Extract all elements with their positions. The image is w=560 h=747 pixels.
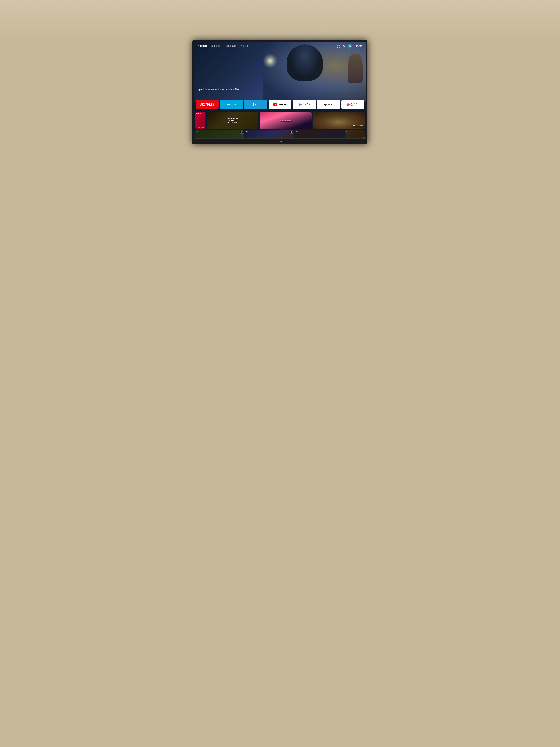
tf1-screen bbox=[253, 103, 258, 106]
netflix-logo: NETFLIX bbox=[200, 102, 214, 106]
nav-applis[interactable]: Applis bbox=[241, 44, 248, 48]
hero-glare bbox=[263, 54, 277, 68]
youtube-icon bbox=[273, 103, 277, 106]
youtube-logo: YouTube bbox=[273, 103, 286, 106]
app-google-play-store[interactable]: Google Play Store bbox=[341, 100, 364, 109]
wall-area bbox=[0, 0, 560, 40]
netflix-row: N TOP10 BIEN DANS SON ASSIETTE N TOP10 L… bbox=[195, 130, 365, 138]
svg-marker-7 bbox=[349, 104, 350, 105]
app-netflix[interactable]: NETFLIX bbox=[196, 100, 219, 109]
nav-icons: ⬚ ⚙ D 20:50 bbox=[337, 44, 363, 49]
top10-badge-1: TOP10 bbox=[240, 131, 243, 134]
netflix-badge-4: N bbox=[346, 131, 347, 132]
avatar[interactable]: D bbox=[347, 44, 352, 49]
nav-boutique[interactable]: Boutique bbox=[211, 44, 221, 48]
tv-outer: Accueil Boutique Découvrir Applis ⬚ ⚙ D … bbox=[192, 40, 368, 144]
progress-fill bbox=[260, 128, 275, 128]
progress-bar bbox=[260, 128, 312, 128]
netflix-badge-1: N bbox=[196, 131, 198, 132]
nav-links: Accueil Boutique Découvrir Applis bbox=[197, 44, 337, 48]
hero-person bbox=[348, 54, 363, 83]
nav-decouvrir[interactable]: Découvrir bbox=[225, 44, 236, 48]
card-boules-feu[interactable]: BOULES DE FEU DEPUIS LA NUIT DES TEMPS bbox=[313, 112, 365, 129]
tv-screen: Accueil Boutique Découvrir Applis ⬚ ⚙ D … bbox=[194, 42, 366, 138]
youtube-play-triangle bbox=[275, 104, 276, 105]
settings-icon[interactable]: ⚙ bbox=[342, 45, 345, 48]
content-section: CANAL+ ORIGINALE CANAL+ LES GRANDESÉNIGM… bbox=[194, 112, 366, 138]
netflix-card-double-piege[interactable]: N DOUBLE PIÈGE bbox=[295, 130, 344, 138]
mycanal-logo: myCANAL bbox=[324, 103, 334, 106]
gp-films-text: Google Play Films et séries bbox=[302, 103, 310, 106]
card-grandes-enigmes[interactable]: LES GRANDESÉNIGMESDE L'HISTOIRE bbox=[207, 112, 259, 129]
card-canal[interactable]: CANAL+ ORIGINALE CANAL+ bbox=[195, 112, 206, 129]
tv-bottom-bar: xiaomi bbox=[194, 138, 366, 144]
apps-row: NETFLIX prime video You bbox=[194, 100, 366, 109]
gp-films-icon bbox=[299, 103, 302, 106]
content-row-1: CANAL+ ORIGINALE CANAL+ LES GRANDESÉNIGM… bbox=[195, 112, 365, 129]
nav-accueil[interactable]: Accueil bbox=[197, 44, 207, 48]
hero-subtitle: Lopez lutte contre les forces de Wilson … bbox=[197, 88, 239, 91]
tf1-icon bbox=[253, 103, 258, 106]
input-icon[interactable]: ⬚ bbox=[337, 45, 340, 48]
card-footloose[interactable]: Footloose Footloose bbox=[260, 112, 312, 129]
app-mycanal[interactable]: myCANAL bbox=[317, 100, 340, 109]
gp-films-logo: Google Play Films et séries bbox=[299, 103, 310, 106]
clock: 20:50 bbox=[355, 45, 363, 48]
netflix-badge-2: N bbox=[246, 131, 248, 132]
watermark: mi.com bbox=[361, 136, 365, 138]
gp-store-icon bbox=[347, 103, 350, 106]
app-google-play-films[interactable]: Google Play Films et séries bbox=[293, 100, 316, 109]
netflix-badge-3: N bbox=[296, 131, 297, 132]
svg-marker-3 bbox=[300, 103, 302, 105]
youtube-label: YouTube bbox=[278, 103, 286, 106]
tv-brand: xiaomi bbox=[275, 140, 285, 143]
gp-store-logo: Google Play Store bbox=[347, 103, 358, 106]
prime-video-logo: prime video bbox=[227, 104, 236, 105]
netflix-card-berlin[interactable]: N TOP10 LA CASA DE PAPELBERLIN bbox=[245, 130, 294, 138]
app-youtube[interactable]: YouTube bbox=[268, 100, 291, 109]
netflix-card-bien-dans[interactable]: N TOP10 BIEN DANS SON ASSIETTE bbox=[195, 130, 244, 138]
app-tf1plus[interactable] bbox=[244, 100, 267, 109]
nav-bar: Accueil Boutique Découvrir Applis ⬚ ⚙ D … bbox=[194, 42, 366, 51]
gp-store-text: Google Play Store bbox=[351, 103, 358, 106]
top10-badge-2: TOP10 bbox=[290, 131, 293, 134]
app-prime-video[interactable]: prime video bbox=[220, 100, 243, 109]
